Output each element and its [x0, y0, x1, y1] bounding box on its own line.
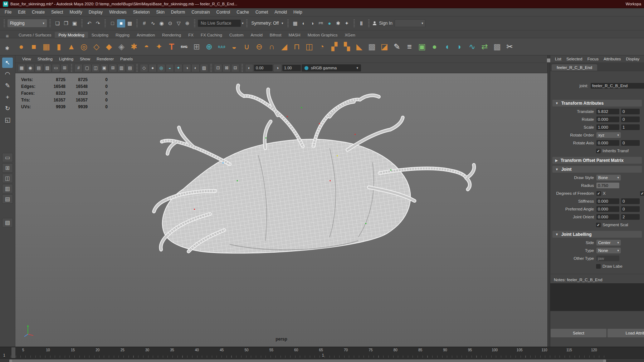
- joint-orient-y-field[interactable]: 2: [621, 214, 640, 220]
- draw-style-dropdown[interactable]: Bone ▾: [596, 175, 621, 180]
- exposure-icon[interactable]: ◐: [245, 64, 253, 72]
- menu-item[interactable]: Select: [48, 10, 66, 15]
- xray-icon[interactable]: ⊠: [223, 64, 231, 72]
- menu-item[interactable]: Arnold: [271, 10, 290, 15]
- menu-item[interactable]: Comet: [252, 10, 271, 15]
- pause-icon[interactable]: ‖: [357, 19, 366, 28]
- construction-plane-icon[interactable]: ⊞: [190, 40, 203, 54]
- joint-section-header[interactable]: ▼ Joint: [552, 166, 642, 173]
- radius-field[interactable]: 0.750: [596, 183, 619, 188]
- ipr-label-icon[interactable]: PR: [317, 19, 325, 28]
- image-plane-icon[interactable]: ▭: [52, 64, 60, 72]
- shelf-tab[interactable]: Rigging: [112, 32, 133, 38]
- render-sphere-icon[interactable]: ●: [326, 19, 334, 28]
- crease-icon[interactable]: ▞: [328, 40, 341, 54]
- workspace-selector[interactable]: Workspa: [626, 2, 641, 6]
- layout-outliner-toggle[interactable]: ▧: [2, 218, 13, 227]
- platonic-solid-icon[interactable]: ◈: [115, 40, 128, 54]
- contrast-icon[interactable]: ◑: [273, 64, 282, 72]
- shelf-tab[interactable]: Sculpting: [88, 32, 112, 38]
- attribute-editor-menu[interactable]: Attributes: [601, 57, 624, 61]
- shelf-tab[interactable]: FX Caching: [197, 32, 226, 38]
- boolean-intersection-icon[interactable]: ∩: [265, 40, 278, 54]
- menu-item[interactable]: Skeleton: [130, 10, 153, 15]
- new-scene-icon[interactable]: ❏: [53, 19, 62, 28]
- select-button[interactable]: Select: [551, 329, 606, 337]
- locator-icon[interactable]: ⊕: [203, 40, 215, 54]
- preferred-angle-y-field[interactable]: 0: [621, 206, 640, 212]
- stiffness-x-field[interactable]: 0.000: [596, 198, 619, 204]
- exposure-field[interactable]: 0.00: [254, 65, 273, 71]
- type-tool-icon[interactable]: T: [165, 40, 178, 54]
- toolbar-grip[interactable]: [104, 19, 106, 27]
- menu-item[interactable]: Cache: [233, 10, 252, 15]
- snap-projected-center-icon[interactable]: ⊙: [166, 19, 174, 28]
- symmetrize-icon[interactable]: ⇄: [478, 40, 491, 54]
- select-object-icon[interactable]: ■: [117, 19, 125, 28]
- node-tab[interactable]: feeler_R_C_B_End: [552, 64, 597, 71]
- toolbar-grip[interactable]: [368, 19, 370, 27]
- combine-icon[interactable]: ◒: [228, 40, 240, 54]
- joint-name-field[interactable]: feeler_R_C_B_End: [591, 83, 644, 89]
- film-gate-icon[interactable]: ▢: [83, 64, 91, 72]
- toolbar-grip[interactable]: [81, 19, 83, 27]
- safe-action-icon[interactable]: ▥: [117, 64, 126, 72]
- view-transform-selector[interactable]: sRGB gamma ▾: [302, 64, 361, 71]
- toolbar-grip[interactable]: [136, 19, 138, 27]
- rotate-x-field[interactable]: 0.000: [596, 116, 619, 122]
- sculpt-tool-icon[interactable]: ●: [428, 40, 441, 54]
- select-component-icon[interactable]: ▩: [126, 19, 134, 28]
- poly-torus-icon[interactable]: ◎: [78, 40, 90, 54]
- poly-plane-icon[interactable]: ◇: [90, 40, 103, 54]
- light-editor-icon[interactable]: ✦: [343, 19, 351, 28]
- redo-icon[interactable]: ↷: [94, 19, 102, 28]
- resolution-gate-icon[interactable]: ◫: [92, 64, 100, 72]
- cut-tool-icon[interactable]: ✂: [503, 40, 516, 54]
- ipr-render-icon[interactable]: ◑: [308, 19, 317, 28]
- range-handle-left[interactable]: [9, 359, 12, 362]
- menu-item[interactable]: Windows: [106, 10, 130, 15]
- multi-cut-icon[interactable]: ✎: [391, 40, 403, 54]
- panel-menu-item[interactable]: Panels: [117, 57, 136, 61]
- wedge-icon[interactable]: ◣: [353, 40, 366, 54]
- attribute-editor-menu[interactable]: List: [552, 57, 564, 61]
- segment-scale-checkbox[interactable]: ✓: [596, 223, 601, 227]
- shelf-tab[interactable]: Motion Graphics: [304, 32, 341, 38]
- toolbar-grip[interactable]: [194, 19, 195, 27]
- rotate-axis-x-field[interactable]: 0.000: [596, 140, 619, 146]
- toolbar-grip[interactable]: [49, 19, 51, 27]
- shelf-menu-icon[interactable]: ≡: [6, 33, 9, 39]
- snap-grid-icon[interactable]: #: [140, 19, 148, 28]
- shelf-tab[interactable]: Custom: [226, 32, 247, 38]
- make-live-icon[interactable]: ⊕: [183, 19, 191, 28]
- pan-zoom-icon[interactable]: ⊞: [60, 64, 69, 72]
- toolbar-grip[interactable]: [71, 64, 72, 72]
- menu-item[interactable]: Constrain: [188, 10, 213, 15]
- menu-item[interactable]: Edit: [15, 10, 29, 15]
- menu-set-selector[interactable]: Rigging ▾: [8, 19, 47, 27]
- render-settings-icon[interactable]: ✱: [334, 19, 342, 28]
- draw-label-checkbox[interactable]: [596, 264, 601, 269]
- wireframe-icon[interactable]: ◇: [140, 64, 148, 72]
- toolbar-grip[interactable]: [210, 64, 212, 72]
- poly-disc-icon[interactable]: ◆: [103, 40, 115, 54]
- smooth-sculpt-icon[interactable]: ◖: [441, 40, 453, 54]
- panel-menu-item[interactable]: View: [19, 57, 34, 61]
- load-attributes-button[interactable]: Load Attrib: [608, 329, 644, 337]
- menu-item[interactable]: Skin: [153, 10, 168, 15]
- sign-in-dropdown[interactable]: ▾: [395, 19, 425, 27]
- toolbar-grip[interactable]: [241, 64, 243, 72]
- select-camera-icon[interactable]: ▦: [18, 64, 26, 72]
- contrast-field[interactable]: 1.00: [282, 65, 301, 71]
- camera-attributes-icon[interactable]: ▤: [35, 64, 43, 72]
- lasso-tool[interactable]: ◠: [2, 69, 13, 79]
- grab-sculpt-icon[interactable]: ◗: [453, 40, 466, 54]
- dof-x-checkbox[interactable]: ✓: [596, 191, 601, 196]
- shelf-tab[interactable]: Arnold: [247, 32, 266, 38]
- quad-draw-icon[interactable]: ▣: [416, 40, 428, 54]
- attribute-editor-menu[interactable]: Selected: [564, 57, 585, 61]
- rotate-y-field[interactable]: 0: [621, 116, 640, 122]
- poly-cone-icon[interactable]: ▲: [65, 40, 78, 54]
- menu-item[interactable]: Create: [29, 10, 48, 15]
- translate-y-field[interactable]: 0: [621, 109, 640, 114]
